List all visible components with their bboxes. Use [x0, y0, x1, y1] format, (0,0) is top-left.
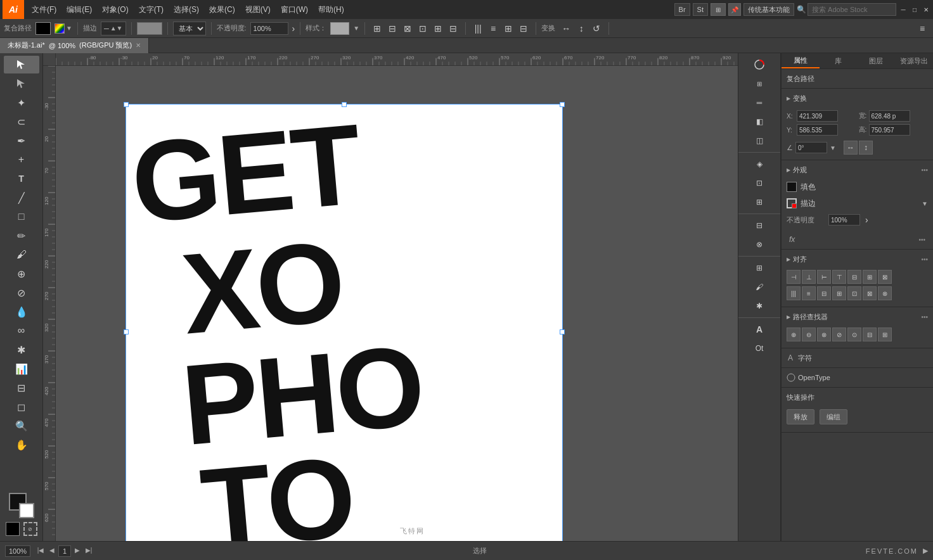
align-center-h-icon[interactable]: ⊟: [385, 22, 399, 35]
background-swatch[interactable]: [19, 503, 34, 518]
transparency-panel-icon[interactable]: ◫: [742, 132, 777, 150]
appearance-panel-icon[interactable]: ◈: [742, 155, 777, 173]
nav-arrow-right[interactable]: ▶: [923, 547, 928, 555]
graph-tool[interactable]: 📊: [4, 360, 39, 378]
flip-h-icon[interactable]: ↔: [844, 141, 858, 155]
pathfinder-more[interactable]: •••: [921, 314, 928, 321]
line-tool[interactable]: ╱: [4, 189, 39, 207]
style-swatch[interactable]: [330, 22, 349, 35]
maximize-button[interactable]: □: [910, 5, 919, 14]
hand-tool[interactable]: ✋: [4, 436, 39, 454]
transform-icon2[interactable]: ↕: [574, 22, 588, 35]
zoom-input[interactable]: [5, 545, 30, 557]
dist3[interactable]: ⊡: [847, 286, 861, 300]
stroke-panel-icon[interactable]: ═: [742, 94, 777, 111]
opentype-header[interactable]: OpenType: [787, 371, 928, 385]
close-button[interactable]: ✕: [922, 5, 930, 14]
add-anchor-tool[interactable]: +: [4, 151, 39, 169]
transform-panel-icon[interactable]: ⊞: [742, 193, 777, 211]
more-options-icon[interactable]: ≡: [915, 22, 929, 35]
menu-select[interactable]: 选择(S): [169, 0, 204, 19]
eraser-tool[interactable]: ◻: [4, 398, 39, 416]
select-tool[interactable]: [4, 56, 39, 73]
grid-icon-button[interactable]: ⊞: [711, 3, 726, 16]
align-header[interactable]: ▶ 对齐 •••: [787, 252, 928, 266]
dist4[interactable]: ⊠: [863, 286, 877, 300]
libraries-tab[interactable]: 库: [820, 53, 858, 68]
first-page-btn[interactable]: |◀: [35, 545, 46, 556]
character-header[interactable]: A 字符: [787, 351, 928, 365]
perspective-tool[interactable]: ⊘: [4, 284, 39, 302]
rect-tool[interactable]: □: [4, 208, 39, 226]
align-left-edge[interactable]: ⊣: [787, 270, 801, 284]
fill-icon[interactable]: [6, 522, 20, 536]
menu-object[interactable]: 对象(O): [97, 0, 133, 19]
pathfinder-intersect[interactable]: ⊗: [817, 328, 831, 341]
x-input[interactable]: [797, 110, 838, 122]
layers-tab[interactable]: 图层: [858, 53, 896, 68]
fx-more[interactable]: •••: [918, 236, 925, 243]
direct-select-tool[interactable]: [4, 75, 39, 92]
slice-tool[interactable]: ⊟: [4, 379, 39, 397]
dist-h[interactable]: |||: [787, 286, 801, 300]
menu-text[interactable]: 文字(T): [134, 0, 169, 19]
opacity-input[interactable]: [250, 22, 288, 35]
asset-export-tab[interactable]: 资源导出: [895, 53, 933, 68]
zoom-tool[interactable]: 🔍: [4, 417, 39, 435]
prev-page-btn[interactable]: ◀: [47, 545, 57, 556]
symbol-tool[interactable]: ✱: [4, 341, 39, 359]
opacity-expand-icon[interactable]: ›: [865, 215, 868, 225]
last-page-btn[interactable]: ▶|: [84, 545, 94, 556]
stroke-color-swatch[interactable]: [787, 198, 797, 208]
brush-tool[interactable]: 🖌: [4, 246, 39, 264]
pathfinder-panel-icon[interactable]: ⊗: [742, 236, 777, 253]
fill-swatch[interactable]: [35, 22, 51, 35]
next-page-btn[interactable]: ▶: [72, 545, 82, 556]
graphic-styles-icon[interactable]: ⊡: [742, 174, 777, 192]
menu-edit[interactable]: 编辑(E): [61, 0, 97, 19]
symbols-panel-icon[interactable]: ✱: [742, 297, 777, 315]
type-tool[interactable]: T: [4, 170, 39, 188]
release-button[interactable]: 释放: [787, 409, 814, 424]
opacity-more-icon[interactable]: ›: [292, 23, 295, 34]
align-top-icon[interactable]: ⊡: [416, 22, 430, 35]
stock-search-input[interactable]: [808, 3, 896, 16]
swatches-panel-icon[interactable]: ⊞: [742, 259, 777, 277]
opentype-panel-icon[interactable]: Ot: [742, 340, 777, 357]
opacity-value-input[interactable]: [828, 214, 860, 226]
align-center-v-icon[interactable]: ⊞: [431, 22, 445, 35]
menu-window[interactable]: 窗口(W): [276, 0, 313, 19]
align-h-center[interactable]: ⊥: [802, 270, 816, 284]
character-panel-icon[interactable]: A: [742, 321, 777, 338]
magic-wand-tool[interactable]: ✦: [4, 94, 39, 111]
dist-v2[interactable]: ⊞: [832, 286, 846, 300]
shape-builder-tool[interactable]: ⊕: [4, 265, 39, 283]
pathfinder-unite[interactable]: ⊕: [787, 328, 801, 341]
menu-file[interactable]: 文件(F): [27, 0, 61, 19]
align-bottom-icon[interactable]: ⊟: [446, 22, 460, 35]
dist5[interactable]: ⊗: [878, 286, 892, 300]
pin-icon-button[interactable]: 📌: [728, 3, 741, 16]
bridge-button[interactable]: Br: [674, 3, 690, 16]
angle-input[interactable]: [795, 142, 827, 153]
fill-color-swatch[interactable]: [787, 182, 797, 192]
dist-v[interactable]: ≡: [802, 286, 816, 300]
brush-panel-icon[interactable]: 🖌: [742, 278, 777, 296]
workspace-selector[interactable]: 传统基本功能: [743, 3, 794, 16]
align-top-edge[interactable]: ⊤: [832, 270, 846, 284]
align-bottom-edge[interactable]: ⊞: [863, 270, 877, 284]
dist-v-icon[interactable]: ≡: [486, 22, 500, 35]
appearance-more[interactable]: •••: [921, 167, 928, 174]
y-input[interactable]: [797, 124, 838, 136]
align-left-icon[interactable]: ⊞: [370, 22, 384, 35]
color-ref-panel-icon[interactable]: ⊞: [742, 75, 777, 92]
pathfinder-header[interactable]: ▶ 路径查找器 •••: [787, 310, 928, 324]
menu-view[interactable]: 视图(V): [240, 0, 276, 19]
no-fill-icon[interactable]: ⊘: [23, 522, 37, 536]
flip-v-icon[interactable]: ↕: [859, 141, 873, 155]
w-input[interactable]: [869, 110, 910, 122]
properties-tab[interactable]: 属性: [782, 53, 820, 68]
align-panel-icon[interactable]: ⊟: [742, 217, 777, 234]
minimize-button[interactable]: ─: [899, 5, 908, 14]
color-panel-icon[interactable]: [742, 56, 777, 73]
